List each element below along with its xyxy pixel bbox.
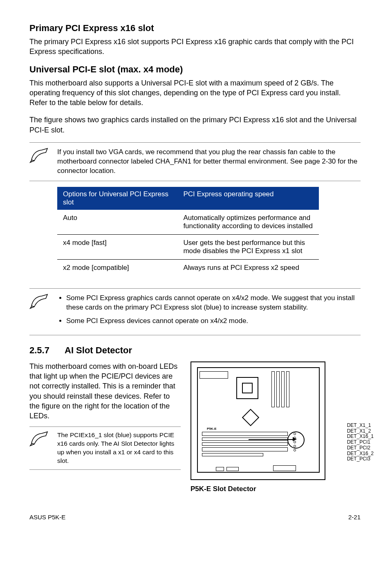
note-vga-fan: If you install two VGA cards, we recomme… (29, 142, 361, 181)
universal-pcie-heading: Universal PCI-E slot (max. x4 mode) (29, 64, 361, 75)
pencil-icon (29, 148, 50, 163)
note-bullet: Some PCI Express devices cannot operate … (66, 316, 361, 326)
note-bullet: Some PCI Express graphics cards cannot o… (66, 294, 361, 312)
primary-pcie-paragraph: The primary PCI Express x16 slot support… (29, 37, 361, 57)
note-x4x2: Some PCI Express graphics cards cannot o… (29, 288, 361, 335)
note-icon (29, 148, 50, 165)
board-label: DET_X16_2 (347, 451, 374, 457)
section-number: 2.5.7 (29, 345, 65, 356)
table-cell: x2 mode [compatible] (57, 259, 177, 281)
section-ai-slot-detector-heading: 2.5.7AI Slot Detector (29, 345, 361, 356)
magnifier-icon (286, 430, 311, 455)
motherboard-diagram: P5K-E (191, 361, 325, 480)
table-cell: Always runs at PCI Express x2 speed (177, 259, 319, 281)
table-row: x4 mode [fast] User gets the best perfor… (57, 234, 319, 259)
table-cell: x4 mode [fast] (57, 234, 177, 259)
footer-right: 2-21 (348, 514, 361, 521)
table-header-options: Options for Universal PCI Express slot (57, 187, 177, 210)
board-label-list: DET_X1_1 DET_X1_2 DET_X16_1 DET_PCI1 DET… (347, 423, 374, 462)
table-row: x2 mode [compatible] Always runs at PCI … (57, 259, 319, 281)
table-header-speed: PCI Express operating speed (177, 187, 319, 210)
board-silk-label: P5K-E (207, 427, 217, 431)
table-cell: Automatically optimizes performance and … (177, 210, 319, 235)
pencil-icon (29, 294, 50, 309)
pencil-icon (29, 431, 50, 447)
board-label: DET_PCI3 (347, 456, 374, 462)
universal-pcie-para2: The figure shows two graphics cards inst… (29, 115, 361, 135)
note-x4x2-text: Some PCI Express graphics cards cannot o… (57, 294, 361, 330)
board-label: DET_PCI1 (347, 440, 374, 445)
board-label: DET_X1_2 (347, 429, 374, 434)
table-cell: User gets the best performance but this … (177, 234, 319, 259)
table-row: Auto Automatically optimizes performance… (57, 210, 319, 235)
ai-slot-paragraph: This motherboard comes with on-board LED… (29, 361, 181, 421)
section-title: AI Slot Detector (65, 345, 132, 355)
board-label: DET_X16_1 (347, 434, 374, 440)
pcie-options-table: Options for Universal PCI Express slot P… (57, 187, 319, 281)
note-icon (29, 431, 50, 448)
board-label: DET_PCI2 (347, 445, 374, 451)
note-pciex16-blue-text: The PCIEx16_1 slot (blue) supports PCIE … (57, 431, 181, 465)
note-icon (29, 294, 50, 311)
primary-pcie-heading: Primary PCI Express x16 slot (29, 23, 361, 34)
note-pciex16-blue: The PCIEx16_1 slot (blue) supports PCIE … (29, 426, 181, 470)
note-vga-fan-text: If you install two VGA cards, we recomme… (57, 148, 361, 176)
universal-pcie-para1: This motherboard also supports a Univers… (29, 78, 361, 108)
board-caption: P5K-E Slot Detector (191, 485, 361, 493)
footer-left: ASUS P5K-E (29, 514, 65, 521)
board-label: DET_X1_1 (347, 423, 374, 429)
table-cell: Auto (57, 210, 177, 235)
